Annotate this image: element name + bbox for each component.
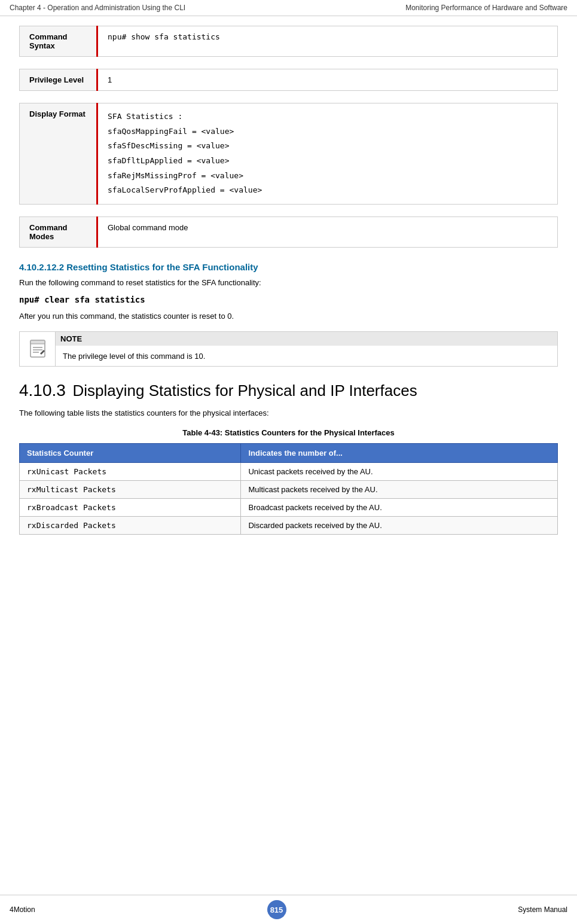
col-header-indicates: Indicates the number of... [241,444,558,463]
display-format-label: Display Format [20,103,97,205]
display-format-table: Display Format SFA Statistics :sfaQosMap… [19,103,558,205]
command-modes-row: Command Modes Global command mode [20,217,558,248]
description-cell: Multicast packets received by the AU. [241,481,558,499]
note-title: NOTE [56,332,557,346]
note-text: The privilege level of this command is 1… [63,350,550,362]
display-format-value: SFA Statistics :sfaQosMappingFail = <val… [97,103,558,205]
page-footer: 4Motion 815 System Manual [0,895,577,924]
command-modes-text: Global command mode [108,223,188,232]
counter-cell: rxUnicast Packets [20,463,241,481]
display-format-lines: SFA Statistics :sfaQosMappingFail = <val… [108,109,548,198]
header-left: Chapter 4 - Operation and Administration… [10,4,185,12]
command-modes-table: Command Modes Global command mode [19,216,558,248]
note-icon-cell [20,332,56,366]
note-content: NOTE The privilege level of this command… [56,332,557,366]
command-syntax-code: npu# show sfa statistics [108,32,220,41]
description-cell: Discarded packets received by the AU. [241,517,558,535]
display-format-line: sfaRejMsMissingProf = <value> [108,169,548,184]
command-modes-label: Command Modes [20,217,97,248]
section-4-10-2-12-2-heading: 4.10.2.12.2 Resetting Statistics for the… [19,262,558,272]
table-caption: Table 4-43: Statistics Counters for the … [19,428,558,437]
table-body: rxUnicast PacketsUnicast packets receive… [20,463,558,535]
command-syntax-table: Command Syntax npu# show sfa statistics [19,26,558,57]
header-right: Monitoring Performance of Hardware and S… [405,4,567,12]
table-row: rxMulticast PacketsMulticast packets rec… [20,481,558,499]
svg-rect-1 [30,340,45,344]
section-number: 4.10.2.12.2 [19,262,64,272]
command-syntax-label: Command Syntax [20,26,97,57]
col-header-counter: Statistics Counter [20,444,241,463]
footer-page-number: 815 [267,900,286,919]
table-row: rxBroadcast PacketsBroadcast packets rec… [20,499,558,517]
section-4-10-3-heading: 4.10.3 Displaying Statistics for Physica… [19,381,558,400]
description-cell: Unicast packets received by the AU. [241,463,558,481]
table-row: rxUnicast PacketsUnicast packets receive… [20,463,558,481]
privilege-level-row: Privilege Level 1 [20,69,558,91]
counter-cell: rxBroadcast Packets [20,499,241,517]
table-header-row: Statistics Counter Indicates the number … [20,444,558,463]
privilege-level-label: Privilege Level [20,69,97,91]
command-modes-value: Global command mode [97,217,558,248]
privilege-level-table: Privilege Level 1 [19,69,558,91]
footer-left: 4Motion [10,905,35,914]
display-format-line: sfaDfltLpApplied = <value> [108,154,548,169]
note-icon [27,338,48,359]
section-title: Resetting Statistics for the SFA Functio… [66,262,258,272]
command-syntax-row: Command Syntax npu# show sfa statistics [20,26,558,57]
main-content: Command Syntax npu# show sfa statistics … [0,16,577,571]
display-format-line: sfaLocalServProfApplied = <value> [108,183,548,198]
footer-right: System Manual [518,905,567,914]
privilege-level-value: 1 [97,69,558,91]
description-cell: Broadcast packets received by the AU. [241,499,558,517]
table-row: rxDiscarded PacketsDiscarded packets rec… [20,517,558,535]
page-header: Chapter 4 - Operation and Administration… [0,0,577,16]
display-format-line: sfaQosMappingFail = <value> [108,124,548,139]
section-4-10-3-intro: The following table lists the statistics… [19,407,558,419]
statistics-table: Statistics Counter Indicates the number … [19,443,558,535]
counter-cell: rxDiscarded Packets [20,517,241,535]
big-section-number: 4.10.3 [19,381,66,400]
command-syntax-value: npu# show sfa statistics [97,26,558,57]
display-format-row: Display Format SFA Statistics :sfaQosMap… [20,103,558,205]
note-box: NOTE The privilege level of this command… [19,331,558,367]
display-format-line: sfaSfDescMissing = <value> [108,139,548,154]
display-format-line: SFA Statistics : [108,109,548,124]
privilege-level-number: 1 [108,75,112,84]
big-section-title: Displaying Statistics for Physical and I… [73,382,417,400]
clear-command: npu# clear sfa statistics [19,295,558,304]
section-intro: Run the following command to reset stati… [19,277,558,289]
after-text: After you run this command, the statisti… [19,310,558,322]
table-head: Statistics Counter Indicates the number … [20,444,558,463]
counter-cell: rxMulticast Packets [20,481,241,499]
